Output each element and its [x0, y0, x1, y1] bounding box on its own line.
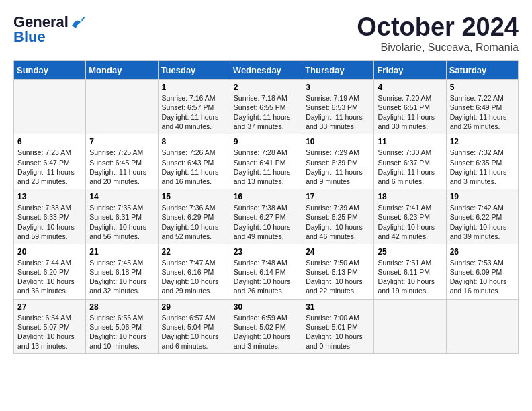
day-info: Sunrise: 7:53 AM Sunset: 6:09 PM Dayligh… — [450, 258, 515, 296]
month-title: October 2024 — [357, 13, 519, 42]
logo-bird-icon — [71, 16, 85, 28]
day-number: 17 — [306, 192, 370, 201]
calendar-cell: 7Sunrise: 7:25 AM Sunset: 6:45 PM Daylig… — [86, 134, 158, 189]
day-info: Sunrise: 6:59 AM Sunset: 5:02 PM Dayligh… — [234, 313, 298, 351]
day-number: 4 — [378, 83, 442, 92]
calendar-cell: 3Sunrise: 7:19 AM Sunset: 6:53 PM Daylig… — [302, 79, 374, 134]
calendar-cell: 29Sunrise: 6:57 AM Sunset: 5:04 PM Dayli… — [158, 299, 230, 354]
day-number: 16 — [234, 192, 298, 201]
calendar-cell: 24Sunrise: 7:50 AM Sunset: 6:13 PM Dayli… — [302, 244, 374, 299]
day-info: Sunrise: 7:23 AM Sunset: 6:47 PM Dayligh… — [17, 148, 82, 186]
calendar-cell: 18Sunrise: 7:41 AM Sunset: 6:23 PM Dayli… — [374, 189, 446, 244]
calendar-cell: 22Sunrise: 7:47 AM Sunset: 6:16 PM Dayli… — [158, 244, 230, 299]
calendar-cell: 26Sunrise: 7:53 AM Sunset: 6:09 PM Dayli… — [446, 244, 518, 299]
day-number: 26 — [450, 247, 515, 257]
day-info: Sunrise: 7:16 AM Sunset: 6:57 PM Dayligh… — [162, 93, 226, 132]
calendar-cell: 31Sunrise: 7:00 AM Sunset: 5:01 PM Dayli… — [302, 299, 374, 354]
calendar-cell: 23Sunrise: 7:48 AM Sunset: 6:14 PM Dayli… — [230, 244, 302, 299]
calendar-cell: 25Sunrise: 7:51 AM Sunset: 6:11 PM Dayli… — [374, 244, 446, 299]
calendar-cell: 12Sunrise: 7:32 AM Sunset: 6:35 PM Dayli… — [446, 134, 518, 189]
day-number: 2 — [234, 83, 298, 92]
calendar-cell: 8Sunrise: 7:26 AM Sunset: 6:43 PM Daylig… — [158, 134, 230, 189]
day-number: 1 — [162, 83, 226, 92]
day-info: Sunrise: 7:41 AM Sunset: 6:23 PM Dayligh… — [378, 203, 442, 241]
day-info: Sunrise: 7:18 AM Sunset: 6:55 PM Dayligh… — [234, 93, 298, 132]
day-number: 29 — [162, 302, 226, 312]
day-number: 21 — [89, 247, 154, 257]
calendar-cell: 1Sunrise: 7:16 AM Sunset: 6:57 PM Daylig… — [158, 79, 230, 134]
calendar-cell: 11Sunrise: 7:30 AM Sunset: 6:37 PM Dayli… — [374, 134, 446, 189]
day-number: 15 — [162, 192, 226, 201]
calendar-cell — [14, 79, 86, 134]
calendar-cell: 21Sunrise: 7:45 AM Sunset: 6:18 PM Dayli… — [86, 244, 158, 299]
week-row-2: 6Sunrise: 7:23 AM Sunset: 6:47 PM Daylig… — [14, 134, 519, 189]
calendar-cell: 13Sunrise: 7:33 AM Sunset: 6:33 PM Dayli… — [14, 189, 86, 244]
weekday-header-wednesday: Wednesday — [230, 60, 302, 79]
calendar-cell: 28Sunrise: 6:56 AM Sunset: 5:06 PM Dayli… — [86, 299, 158, 354]
day-info: Sunrise: 7:30 AM Sunset: 6:37 PM Dayligh… — [378, 148, 442, 186]
week-row-3: 13Sunrise: 7:33 AM Sunset: 6:33 PM Dayli… — [14, 189, 519, 244]
day-number: 12 — [450, 137, 515, 146]
calendar-cell: 4Sunrise: 7:20 AM Sunset: 6:51 PM Daylig… — [374, 79, 446, 134]
day-info: Sunrise: 7:45 AM Sunset: 6:18 PM Dayligh… — [89, 258, 154, 296]
weekday-header-friday: Friday — [374, 60, 446, 79]
day-number: 28 — [89, 302, 154, 312]
day-number: 7 — [89, 137, 154, 146]
weekday-header-sunday: Sunday — [14, 60, 86, 79]
day-info: Sunrise: 7:25 AM Sunset: 6:45 PM Dayligh… — [89, 148, 154, 186]
day-info: Sunrise: 7:28 AM Sunset: 6:41 PM Dayligh… — [234, 148, 298, 186]
day-number: 31 — [306, 302, 370, 312]
logo: General Blue — [13, 13, 85, 46]
calendar-cell: 9Sunrise: 7:28 AM Sunset: 6:41 PM Daylig… — [230, 134, 302, 189]
day-info: Sunrise: 7:22 AM Sunset: 6:49 PM Dayligh… — [450, 93, 515, 132]
calendar-cell: 16Sunrise: 7:38 AM Sunset: 6:27 PM Dayli… — [230, 189, 302, 244]
location-title: Bivolarie, Suceava, Romania — [357, 42, 519, 54]
day-info: Sunrise: 6:56 AM Sunset: 5:06 PM Dayligh… — [89, 313, 154, 351]
day-info: Sunrise: 7:47 AM Sunset: 6:16 PM Dayligh… — [162, 258, 226, 296]
day-info: Sunrise: 7:29 AM Sunset: 6:39 PM Dayligh… — [306, 148, 370, 186]
day-info: Sunrise: 7:42 AM Sunset: 6:22 PM Dayligh… — [450, 203, 515, 241]
day-info: Sunrise: 7:38 AM Sunset: 6:27 PM Dayligh… — [234, 203, 298, 241]
calendar-cell: 27Sunrise: 6:54 AM Sunset: 5:07 PM Dayli… — [14, 299, 86, 354]
calendar-cell: 2Sunrise: 7:18 AM Sunset: 6:55 PM Daylig… — [230, 79, 302, 134]
day-number: 13 — [17, 192, 82, 201]
weekday-header-thursday: Thursday — [302, 60, 374, 79]
calendar-cell: 17Sunrise: 7:39 AM Sunset: 6:25 PM Dayli… — [302, 189, 374, 244]
calendar-cell: 15Sunrise: 7:36 AM Sunset: 6:29 PM Dayli… — [158, 189, 230, 244]
calendar-cell: 6Sunrise: 7:23 AM Sunset: 6:47 PM Daylig… — [14, 134, 86, 189]
week-row-5: 27Sunrise: 6:54 AM Sunset: 5:07 PM Dayli… — [14, 299, 519, 354]
calendar-cell — [86, 79, 158, 134]
day-info: Sunrise: 6:54 AM Sunset: 5:07 PM Dayligh… — [17, 313, 82, 351]
day-number: 25 — [378, 247, 442, 257]
day-info: Sunrise: 7:20 AM Sunset: 6:51 PM Dayligh… — [378, 93, 442, 132]
day-number: 27 — [17, 302, 82, 312]
day-info: Sunrise: 7:50 AM Sunset: 6:13 PM Dayligh… — [306, 258, 370, 296]
day-info: Sunrise: 7:48 AM Sunset: 6:14 PM Dayligh… — [234, 258, 298, 296]
calendar-cell: 10Sunrise: 7:29 AM Sunset: 6:39 PM Dayli… — [302, 134, 374, 189]
day-info: Sunrise: 7:36 AM Sunset: 6:29 PM Dayligh… — [162, 203, 226, 241]
day-number: 18 — [378, 192, 442, 201]
calendar-cell: 14Sunrise: 7:35 AM Sunset: 6:31 PM Dayli… — [86, 189, 158, 244]
calendar-cell — [374, 299, 446, 354]
weekday-header-row: SundayMondayTuesdayWednesdayThursdayFrid… — [14, 60, 519, 79]
calendar-body: 1Sunrise: 7:16 AM Sunset: 6:57 PM Daylig… — [14, 79, 519, 353]
week-row-4: 20Sunrise: 7:44 AM Sunset: 6:20 PM Dayli… — [14, 244, 519, 299]
day-number: 24 — [306, 247, 370, 257]
day-number: 19 — [450, 192, 515, 201]
calendar-table: SundayMondayTuesdayWednesdayThursdayFrid… — [13, 60, 519, 354]
day-info: Sunrise: 7:35 AM Sunset: 6:31 PM Dayligh… — [89, 203, 154, 241]
day-number: 5 — [450, 83, 515, 92]
title-area: October 2024 Bivolarie, Suceava, Romania — [357, 13, 519, 54]
day-info: Sunrise: 7:51 AM Sunset: 6:11 PM Dayligh… — [378, 258, 442, 296]
logo-blue: Blue — [13, 28, 46, 46]
day-number: 20 — [17, 247, 82, 257]
calendar-cell: 19Sunrise: 7:42 AM Sunset: 6:22 PM Dayli… — [446, 189, 518, 244]
calendar-cell — [446, 299, 518, 354]
day-number: 23 — [234, 247, 298, 257]
day-number: 6 — [17, 137, 82, 146]
day-info: Sunrise: 7:19 AM Sunset: 6:53 PM Dayligh… — [306, 93, 370, 132]
day-number: 8 — [162, 137, 226, 146]
header: General Blue October 2024 Bivolarie, Suc… — [13, 13, 519, 54]
day-info: Sunrise: 7:39 AM Sunset: 6:25 PM Dayligh… — [306, 203, 370, 241]
week-row-1: 1Sunrise: 7:16 AM Sunset: 6:57 PM Daylig… — [14, 79, 519, 134]
